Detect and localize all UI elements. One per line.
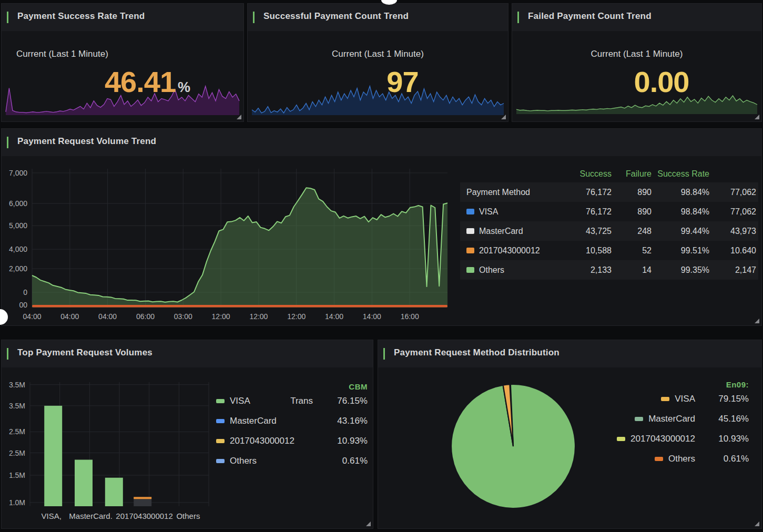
panel-failed-count-trend: Failed Payment Count Trend Current (Last…: [512, 3, 762, 122]
y-axis-tick: 1.0M: [9, 498, 25, 507]
series-swatch: [655, 457, 663, 461]
stat-value-unit: %: [178, 79, 190, 99]
panel-title[interactable]: Failed Payment Count Trend: [528, 11, 652, 22]
panel-title[interactable]: Payment Request Volume Trend: [17, 136, 156, 147]
method-distribution-pie[interactable]: [447, 381, 579, 512]
table-row: MasterCard 43,725 248 99.44% 43,973: [460, 221, 758, 241]
x-axis-tick: 12:00: [287, 312, 306, 321]
row-label[interactable]: VISA: [479, 207, 498, 217]
series-swatch: [466, 248, 474, 253]
series-swatch: [661, 397, 669, 401]
panel-resize-handle[interactable]: [237, 115, 241, 119]
legend-value: 76.15%: [327, 396, 368, 406]
row-success: 43,725: [561, 227, 614, 236]
legend-label[interactable]: VISA: [230, 396, 250, 406]
table-row: Payment Method 76,172 890 98.84% 77,062: [460, 182, 758, 202]
panel-header: Successful Payment Count Trend: [248, 4, 508, 31]
stat-value-number: 46.41: [105, 65, 176, 99]
legend-prefix: Trans: [290, 396, 313, 406]
y-axis-tick: 0: [23, 288, 27, 296]
legend-label[interactable]: MasterCard: [648, 414, 695, 424]
table-header-row: Success Failure Success Rate: [460, 166, 758, 182]
y-axis-tick: 6,000: [9, 199, 27, 208]
volume-trend-chart[interactable]: 7,0006,0005,0004,0002,00000004:0004:0004…: [4, 165, 454, 323]
panel-resize-handle[interactable]: [755, 521, 759, 526]
table-header-success-rate: Success Rate: [654, 169, 711, 179]
row-label[interactable]: 2017043000012: [479, 246, 540, 255]
panel-resize-handle[interactable]: [755, 319, 759, 323]
panel-accent-bar: [253, 12, 255, 23]
row-total: 10.640: [711, 246, 758, 255]
stat-value: 0.00: [512, 65, 761, 99]
bar-cap: [134, 497, 151, 499]
row-label[interactable]: Others: [479, 265, 504, 275]
y-axis-tick: 2.5M: [9, 449, 25, 457]
legend-item[interactable]: MasterCard 45.16%: [607, 409, 749, 429]
legend-item[interactable]: 2017043000012 10.93%: [216, 431, 368, 451]
legend-label[interactable]: MasterCard: [230, 416, 277, 426]
panel-title[interactable]: Top Payment Request Volumes: [17, 347, 152, 358]
row-total: 77,062: [711, 207, 758, 217]
panel-resize-handle[interactable]: [501, 115, 506, 119]
row-label: Payment Method: [466, 188, 530, 197]
row-label[interactable]: MasterCard: [479, 227, 523, 236]
table-row: 2017043000012 10,588 52 99.51% 10.640: [460, 241, 758, 260]
panel-title[interactable]: Successful Payment Count Trend: [263, 11, 409, 22]
panel-resize-handle[interactable]: [366, 521, 371, 526]
row-total: 2,147: [711, 265, 758, 275]
legend-item[interactable]: VISA 79.15%: [607, 389, 749, 409]
x-axis-tick: 12:00: [212, 312, 230, 321]
row-total: 77,062: [711, 188, 758, 197]
stat-value-number: 0.00: [634, 65, 689, 99]
series-swatch: [635, 417, 643, 421]
legend-item[interactable]: Others 0.61%: [607, 449, 749, 469]
panel-header: Payment Request Volume Trend: [2, 129, 761, 156]
legend-header: En09:: [607, 380, 749, 389]
x-axis-tick: 16:00: [401, 312, 419, 321]
bar: [134, 499, 151, 506]
panel-resize-handle[interactable]: [755, 115, 759, 119]
stat-subtitle: Current (Last 1 Minute): [512, 49, 761, 59]
legend-item[interactable]: 2017043000012 10.93%: [607, 429, 749, 449]
legend-item[interactable]: MasterCard 43.16%: [216, 411, 368, 431]
panel-title[interactable]: Payment Request Method Distribution: [394, 347, 559, 358]
y-axis-tick: 3.5M: [9, 402, 25, 410]
x-axis-tick: 06:00: [136, 312, 155, 321]
panel-title[interactable]: Payment Success Rate Trend: [17, 11, 145, 22]
x-axis-category: 2017043000012: [116, 511, 172, 520]
y-axis-tick: 4,000: [9, 245, 27, 253]
bar: [75, 460, 93, 507]
row-total: 43,973: [711, 227, 758, 236]
x-axis-category: MasterCard.: [69, 511, 113, 520]
legend-item[interactable]: Others 0.61%: [216, 451, 368, 471]
row-rate: 99.35%: [654, 265, 711, 275]
x-axis-tick: 04:00: [60, 312, 79, 321]
row-rate: 98.84%: [654, 188, 711, 197]
y-axis-tick: 1.5M: [9, 471, 25, 479]
row-success: 2,133: [561, 265, 614, 275]
series-swatch: [617, 437, 625, 441]
stat-value: 97: [248, 65, 508, 99]
panel-accent-bar: [7, 12, 8, 23]
top-volumes-bar-chart[interactable]: 3.5M3.5M2.5M2.5M1.5M1.0MVISA,MasterCard.…: [5, 379, 214, 524]
payment-method-table: Success Failure Success Rate Payment Met…: [460, 166, 758, 280]
row-success: 76,172: [561, 207, 614, 217]
stat-value: 46.41 %: [2, 65, 243, 99]
panel-header: Payment Success Rate Trend: [2, 4, 243, 31]
bar-chart-legend: CBM VISA Trans 76.15% MasterCard 43.16% …: [216, 382, 368, 471]
y-axis-tick: 5,000: [9, 221, 27, 230]
legend-item[interactable]: VISA Trans 76.15%: [216, 391, 368, 411]
x-axis-tick: 04:00: [23, 312, 41, 321]
legend-label[interactable]: 2017043000012: [230, 436, 294, 446]
row-rate: 99.51%: [654, 246, 711, 255]
legend-label[interactable]: Others: [668, 454, 695, 464]
legend-value: 45.16%: [703, 414, 749, 424]
panel-volume-trend: Payment Request Volume Trend 7,0006,0005…: [1, 128, 762, 326]
legend-label[interactable]: 2017043000012: [630, 434, 695, 444]
table-header-success: Success: [561, 169, 614, 179]
legend-label[interactable]: VISA: [675, 394, 695, 404]
series-swatch: [216, 439, 225, 443]
legend-value: 10.93%: [703, 434, 749, 444]
legend-label[interactable]: Others: [230, 456, 257, 466]
panel-success-rate-trend: Payment Success Rate Trend Current (Last…: [1, 3, 244, 122]
